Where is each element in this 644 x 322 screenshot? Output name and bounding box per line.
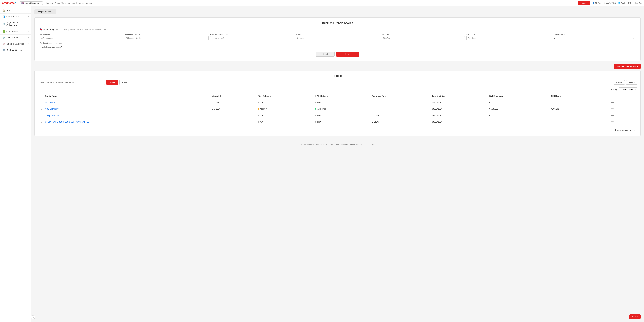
prev-names-select[interactable]: Include previous names? Yes No bbox=[40, 45, 123, 49]
top-search-button[interactable]: Search bbox=[578, 1, 590, 5]
profile-name-link[interactable]: ABC Company bbox=[45, 108, 58, 110]
profile-name-link[interactable]: CREDITSAFE BUSINESS SOLUTIONS LIMITED bbox=[45, 121, 89, 123]
vat-input[interactable] bbox=[40, 36, 123, 40]
sort-select[interactable]: Last Modified Profile Name Risk Rating K… bbox=[619, 87, 637, 92]
row-kyc-status: Approved bbox=[314, 106, 370, 112]
postcode-field-group: Post Code bbox=[466, 33, 550, 41]
row-checkbox-2[interactable] bbox=[40, 114, 42, 116]
download-user-guide-button[interactable]: Download User Guide ⬆ bbox=[614, 64, 641, 69]
company-status-select[interactable]: All Active Inactive bbox=[552, 36, 636, 41]
profile-name-link[interactable]: Company Alpha bbox=[45, 114, 59, 117]
profile-search-button[interactable]: Search bbox=[106, 80, 118, 85]
row-kyc-approved: - bbox=[488, 119, 549, 125]
kyc-dot bbox=[315, 102, 316, 103]
row-kyc-status: New bbox=[314, 119, 370, 125]
row-risk-rating: N/A bbox=[256, 99, 314, 106]
sidebar-item-compliance[interactable]: ✅ Compliance ▾ bbox=[0, 28, 31, 35]
city-input[interactable] bbox=[381, 36, 465, 40]
search-country-selector[interactable]: United Kingdom ▾ bbox=[44, 28, 59, 31]
row-ellipsis-cell: ••• bbox=[608, 112, 637, 119]
row-checkbox-0[interactable] bbox=[40, 101, 42, 103]
header-last-modified: Last Modified bbox=[430, 94, 488, 99]
logo-text: creditsafe🐦 bbox=[2, 1, 16, 5]
cookie-settings-link[interactable]: Cookie Settings bbox=[349, 143, 362, 145]
row-options-button[interactable]: ••• bbox=[610, 114, 615, 117]
close-button[interactable]: × bbox=[31, 315, 35, 319]
street-input[interactable] bbox=[296, 36, 379, 40]
my-account-link[interactable]: 👤 My Account ID:101806178 bbox=[592, 2, 616, 4]
profile-reset-button[interactable]: Reset bbox=[120, 80, 130, 85]
contact-us-link[interactable]: Contact Us bbox=[364, 143, 374, 145]
collapse-search-button[interactable]: Collapse Search ▴ bbox=[34, 10, 56, 14]
telephone-input[interactable] bbox=[125, 36, 209, 40]
row-options-button[interactable]: ••• bbox=[610, 120, 615, 124]
profiles-actions-right: Delete Assign bbox=[614, 80, 637, 85]
table-row: Company Alpha - N/A New E Lowe 08/05/202… bbox=[38, 112, 637, 119]
select-all-checkbox[interactable] bbox=[40, 95, 42, 97]
profiles-title: Profiles bbox=[38, 74, 637, 77]
search-button[interactable]: Search bbox=[336, 52, 360, 57]
filter-icon: ▾ bbox=[270, 95, 271, 97]
row-checkbox-cell bbox=[38, 112, 44, 119]
help-button[interactable]: ? Help bbox=[628, 314, 641, 319]
filter-icon: ▾ bbox=[385, 95, 386, 97]
credit-icon: 📊 bbox=[2, 15, 5, 18]
row-checkbox-3[interactable] bbox=[40, 121, 42, 123]
chevron-up-icon: ▴ bbox=[53, 11, 54, 13]
row-last-modified: 08/05/2024 bbox=[430, 119, 488, 125]
main-search-input[interactable] bbox=[44, 1, 578, 5]
top-nav-right: 👤 My Account ID:101806178 🌐 English (UK)… bbox=[592, 2, 642, 4]
sidebar-item-bank[interactable]: 🏦 Bank Verification ▾ bbox=[0, 47, 31, 53]
sidebar-label-home: Home bbox=[6, 9, 12, 12]
row-kyc-status: New bbox=[314, 99, 370, 106]
assign-button[interactable]: Assign bbox=[626, 80, 637, 85]
risk-dot bbox=[258, 102, 259, 103]
create-manual-profile-button[interactable]: Create Manual Profile bbox=[613, 128, 637, 132]
search-fields: VAT Number Telephone Number House Name/N… bbox=[40, 33, 636, 49]
sidebar-item-kyc[interactable]: 🛡️ KYC Protect ▾ bbox=[0, 35, 31, 41]
logout-link[interactable]: ↪ Log Out bbox=[634, 2, 642, 4]
row-kyc-review: - bbox=[549, 99, 608, 106]
vat-label: VAT Number bbox=[40, 33, 123, 36]
company-status-field-group: Company Status All Active Inactive bbox=[552, 33, 636, 41]
row-options-button[interactable]: ••• bbox=[610, 101, 615, 104]
sidebar-label-sales: Sales & Marketing bbox=[6, 43, 24, 45]
telephone-field-group: Telephone Number bbox=[125, 33, 209, 41]
row-last-modified: 08/05/2024 bbox=[430, 112, 488, 119]
sidebar-item-home[interactable]: 🏠 Home bbox=[0, 8, 31, 14]
company-status-label: Company Status bbox=[552, 33, 636, 36]
prev-names-field-group: Previous Company Names Include previous … bbox=[40, 42, 123, 49]
chevron-icon: ▾ bbox=[28, 16, 28, 18]
delete-button[interactable]: Delete bbox=[614, 80, 625, 85]
vat-field-group: VAT Number bbox=[40, 33, 123, 41]
chevron-down-icon: ▾ bbox=[40, 2, 41, 4]
country-selector[interactable]: 🇬🇧 United Kingdom ▾ bbox=[20, 1, 43, 5]
language-selector[interactable]: 🌐 English (UK) bbox=[618, 2, 632, 4]
row-kyc-approved: - bbox=[488, 112, 549, 119]
sidebar-item-credit-risk[interactable]: 📊 Credit & Risk ▾ bbox=[0, 14, 31, 20]
risk-dot bbox=[258, 115, 259, 116]
compliance-icon: ✅ bbox=[2, 30, 5, 33]
postcode-input[interactable] bbox=[466, 36, 550, 40]
search-reset-button[interactable]: Reset bbox=[316, 52, 334, 57]
kyc-dot bbox=[315, 115, 316, 116]
profile-name-link[interactable]: Business XYZ bbox=[45, 101, 58, 104]
country-row: 🇬🇧 United Kingdom ▾ Company Name / Safe … bbox=[40, 28, 636, 31]
row-last-modified: 08/05/2024 bbox=[430, 106, 488, 112]
row-ellipsis-cell: ••• bbox=[608, 119, 637, 125]
row-checkbox-1[interactable] bbox=[40, 108, 42, 110]
download-row: Download User Guide ⬆ bbox=[34, 64, 641, 69]
table-header-row: Profile Name Internal ID Risk Rating ▾ K… bbox=[38, 94, 637, 99]
filter-icon: ▾ bbox=[327, 95, 328, 97]
sidebar-item-sales[interactable]: 📈 Sales & Marketing ▾ bbox=[0, 41, 31, 47]
profile-search-input[interactable] bbox=[38, 80, 105, 85]
row-kyc-review: - bbox=[549, 112, 608, 119]
payments-icon: ⚖️ bbox=[2, 23, 5, 25]
profiles-table: Profile Name Internal ID Risk Rating ▾ K… bbox=[38, 94, 637, 125]
house-input[interactable] bbox=[210, 36, 294, 40]
bottom-actions: Create Manual Profile bbox=[38, 128, 637, 132]
sidebar-item-payments[interactable]: ⚖️ Payments & Collections ▾ bbox=[0, 20, 31, 28]
row-options-button[interactable]: ••• bbox=[610, 107, 615, 111]
row-checkbox-cell bbox=[38, 99, 44, 106]
chevron-icon: ▾ bbox=[28, 49, 28, 51]
